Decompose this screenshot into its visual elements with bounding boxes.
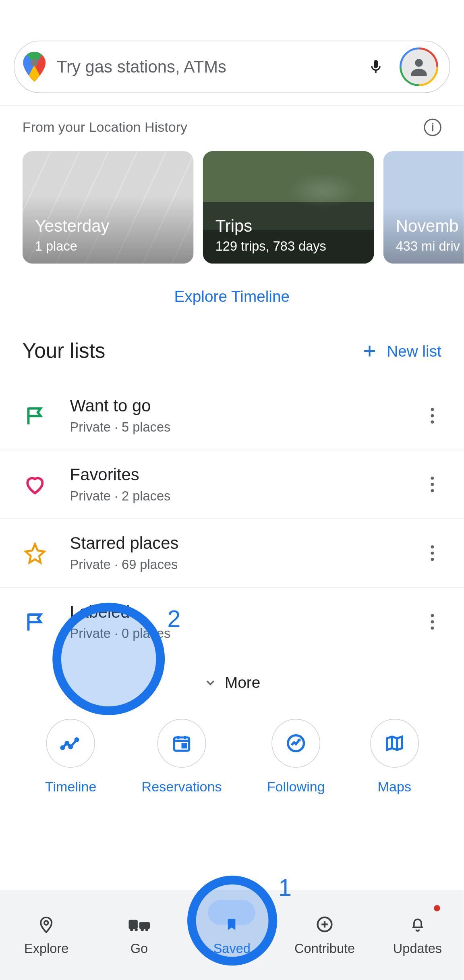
nav-label: Saved: [213, 941, 251, 956]
bookmark-icon: [221, 914, 242, 935]
list-row-favorites[interactable]: Favorites Private · 2 places: [0, 451, 464, 519]
more-options-icon[interactable]: [423, 477, 441, 492]
card-subtitle: 433 mi driv: [396, 239, 464, 253]
heart-icon: [23, 472, 48, 497]
list-name: Starred places: [70, 534, 400, 553]
svg-point-4: [69, 745, 72, 748]
svg-point-15: [145, 928, 149, 931]
chevron-down-icon: [203, 675, 217, 689]
svg-rect-11: [139, 922, 149, 929]
shortcut-following[interactable]: Following: [267, 719, 325, 795]
lists: Want to go Private · 5 places Favorites …: [0, 369, 464, 656]
mic-icon[interactable]: [363, 54, 388, 79]
shortcut-label: Maps: [378, 779, 411, 795]
list-meta: Private · 5 places: [70, 420, 400, 435]
list-name: Favorites: [70, 465, 400, 485]
account-avatar[interactable]: [400, 48, 438, 86]
timeline-card-november[interactable]: Novemb 433 mi driv: [383, 151, 464, 264]
card-title: Novemb: [396, 217, 464, 236]
list-name: Want to go: [70, 397, 400, 416]
timeline-icon: [60, 733, 81, 754]
shortcut-maps[interactable]: Maps: [370, 719, 419, 795]
person-icon: [402, 49, 437, 84]
flag-icon: [23, 609, 48, 634]
shortcut-label: Following: [267, 779, 325, 795]
list-row-want-to-go[interactable]: Want to go Private · 5 places: [0, 382, 464, 450]
calendar-icon: [172, 733, 192, 754]
visited-subtitle-row: From your Location History i: [23, 106, 441, 136]
more-lists-button[interactable]: More: [0, 656, 464, 719]
nav-label: Updates: [393, 941, 442, 956]
plus-icon: [362, 343, 378, 359]
more-options-icon[interactable]: [423, 408, 441, 424]
commute-icon: [128, 914, 150, 935]
shortcut-row: Timeline Reservations Following Maps: [0, 719, 464, 820]
pin-icon: [36, 914, 57, 935]
timeline-card-yesterday[interactable]: Yesterday 1 place: [23, 151, 194, 264]
svg-point-2: [62, 746, 64, 749]
nav-updates[interactable]: Updates: [371, 890, 464, 980]
notification-dot-icon: [434, 905, 440, 911]
svg-point-0: [31, 59, 38, 66]
flag-icon: [23, 403, 48, 428]
more-label: More: [225, 673, 260, 691]
card-title: Yesterday: [35, 217, 181, 236]
nav-explore[interactable]: Explore: [0, 890, 93, 980]
list-meta: Private · 2 places: [70, 488, 400, 503]
svg-point-3: [66, 742, 69, 745]
search-bar[interactable]: [14, 41, 450, 93]
plus-circle-icon: [314, 914, 336, 935]
search-input[interactable]: [57, 57, 352, 77]
info-icon[interactable]: i: [424, 119, 441, 136]
shortcut-label: Timeline: [45, 779, 97, 795]
map-icon: [384, 733, 404, 754]
nav-label: Go: [130, 941, 148, 956]
svg-point-5: [76, 738, 79, 741]
lists-title: Your lists: [23, 339, 106, 363]
more-options-icon[interactable]: [423, 614, 441, 630]
svg-point-14: [141, 928, 144, 931]
list-row-starred[interactable]: Starred places Private · 69 places: [0, 519, 464, 588]
explore-timeline-link[interactable]: Explore Timeline: [0, 264, 464, 339]
star-icon: [23, 541, 48, 566]
svg-rect-10: [128, 920, 138, 929]
more-options-icon[interactable]: [423, 545, 441, 561]
nav-contribute[interactable]: Contribute: [278, 890, 371, 980]
nav-go[interactable]: Go: [93, 890, 185, 980]
list-name: Labeled: [70, 603, 400, 622]
nav-label: Explore: [24, 941, 68, 956]
lists-header: Your lists New list: [0, 339, 464, 369]
visited-subtitle: From your Location History: [23, 119, 187, 135]
shortcut-timeline[interactable]: Timeline: [45, 719, 97, 795]
new-list-button[interactable]: New list: [362, 342, 441, 360]
svg-point-1: [415, 59, 423, 67]
list-row-labeled[interactable]: Labeled Private · 0 places: [0, 588, 464, 656]
maps-logo-icon: [23, 52, 46, 82]
svg-point-9: [44, 921, 48, 925]
nav-saved[interactable]: Saved: [186, 890, 278, 980]
list-meta: Private · 0 places: [70, 626, 400, 641]
bell-icon: [407, 914, 428, 935]
svg-rect-7: [182, 744, 186, 747]
timeline-cards: Yesterday 1 place Trips 129 trips, 783 d…: [0, 136, 464, 264]
card-subtitle: 129 trips, 783 days: [215, 239, 362, 253]
following-icon: [285, 733, 307, 754]
bottom-nav: Explore Go Saved Contribute Updates: [0, 890, 464, 980]
shortcut-label: Reservations: [142, 779, 222, 795]
timeline-card-trips[interactable]: Trips 129 trips, 783 days: [203, 151, 374, 264]
shortcut-reservations[interactable]: Reservations: [142, 719, 222, 795]
nav-label: Contribute: [294, 941, 355, 956]
list-meta: Private · 69 places: [70, 557, 400, 572]
card-title: Trips: [215, 217, 362, 236]
card-subtitle: 1 place: [35, 239, 181, 253]
search-header: [0, 0, 464, 106]
new-list-label: New list: [387, 342, 441, 360]
svg-point-12: [130, 928, 133, 931]
svg-point-13: [135, 928, 138, 931]
